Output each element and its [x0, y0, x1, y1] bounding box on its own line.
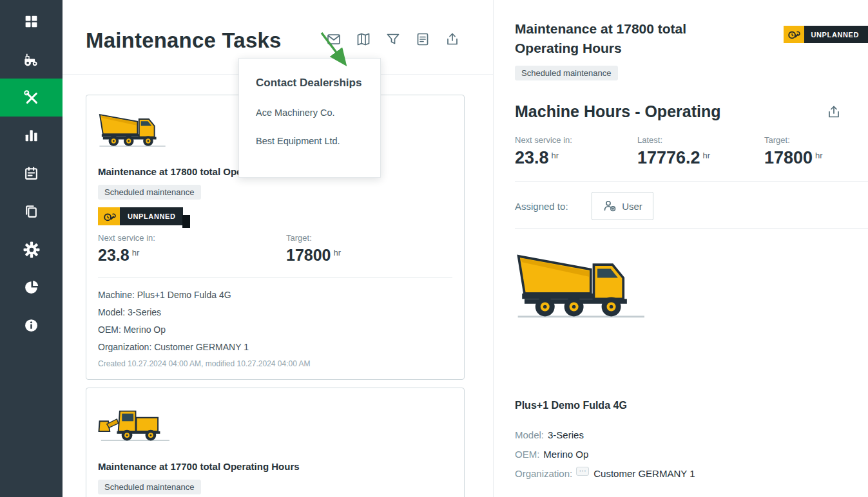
section-header: Machine Hours - Operating: [515, 102, 842, 121]
dealership-item-best[interactable]: Best Equipment Ltd.: [256, 136, 380, 146]
sidebar: [0, 0, 63, 497]
export-icon: [445, 32, 460, 47]
metric-next-service: Next service in: 23.8hr: [98, 233, 286, 265]
organization-expand-button[interactable]: ⋯: [576, 467, 589, 476]
card-divider: [98, 277, 452, 278]
divider: [515, 228, 868, 229]
contact-dealerships-popup: Contact Dealerships Ace Machinery Co. Be…: [238, 58, 381, 178]
model-row: Model: 3-Series: [515, 429, 842, 440]
oem-row: OEM: Merino Op: [515, 449, 842, 460]
sidebar-item-machines[interactable]: [0, 41, 63, 79]
documents-icon: [23, 203, 39, 220]
maintenance-type-badge: Scheduled maintenance: [98, 480, 201, 494]
calendar-icon: [23, 165, 39, 182]
maintenance-tasks-panel: Maintenance Tasks: [63, 0, 494, 497]
sidebar-item-dashboard[interactable]: [0, 3, 63, 41]
filter-icon: [385, 32, 401, 47]
card-metrics: Next service in: 23.8hr Target: 17800hr: [98, 233, 452, 265]
metric-target: Target: 17800hr: [286, 233, 341, 265]
sidebar-item-schedule[interactable]: [0, 155, 63, 192]
bar-chart-icon: [23, 127, 39, 144]
metric-latest: Latest: 17776.2hr: [637, 135, 764, 168]
report-button[interactable]: [414, 31, 431, 48]
detail-title: Maintenance at 17800 total Operating Hou…: [515, 19, 734, 58]
oem-line: OEM: Merino Op: [98, 324, 452, 335]
filter-button[interactable]: [385, 31, 401, 48]
app-window: Maintenance Tasks: [0, 0, 868, 497]
section-title: Machine Hours - Operating: [515, 102, 720, 121]
clock-wrench-icon: [784, 26, 804, 43]
sidebar-item-maintenance[interactable]: [0, 79, 63, 117]
wheel-loader-illustration: [98, 401, 174, 444]
assign-user-button[interactable]: User: [592, 192, 653, 220]
detail-metrics: Next service in: 23.8hr Latest: 17776.2h…: [515, 135, 842, 168]
dump-truck-illustration: [515, 244, 653, 323]
export-detail-button[interactable]: [825, 104, 842, 120]
settings-gear-icon: [23, 241, 40, 258]
mail-icon: [326, 32, 342, 47]
machine-name: Plus+1 Demo Fulda 4G: [515, 400, 842, 411]
status-badge-label: UNPLANNED: [804, 26, 868, 43]
person-add-icon: [603, 199, 617, 213]
sidebar-item-reports[interactable]: [0, 192, 63, 230]
dashboard-grid-icon: [23, 14, 39, 30]
popup-title: Contact Dealerships: [256, 77, 380, 89]
dump-truck-illustration: [98, 108, 170, 149]
export-icon: [826, 104, 842, 120]
pie-chart-icon: [23, 279, 39, 295]
status-badge: UNPLANNED: [98, 207, 183, 225]
sidebar-item-analytics[interactable]: [0, 117, 63, 155]
sidebar-item-info[interactable]: [0, 306, 63, 344]
machines-tractor-icon: [23, 51, 40, 68]
created-modified-line: Created 10.27.2024 04:00 AM, modified 10…: [98, 359, 452, 368]
sidebar-item-settings[interactable]: [0, 230, 63, 268]
maintenance-tools-icon: [23, 89, 40, 106]
page-title: Maintenance Tasks: [86, 28, 282, 53]
status-badge-label: UNPLANNED: [120, 207, 183, 225]
toolbar: [325, 31, 461, 48]
export-button[interactable]: [444, 31, 461, 48]
clock-wrench-icon: [98, 207, 120, 225]
map-button[interactable]: [355, 31, 372, 48]
status-badge: UNPLANNED: [784, 26, 868, 43]
card-title: Maintenance at 17700 total Operating Hou…: [98, 461, 452, 472]
maintenance-type-badge: Scheduled maintenance: [98, 185, 201, 200]
card-details: Machine: Plus+1 Demo Fulda 4G Model: 3-S…: [98, 290, 452, 368]
assigned-row: Assigned to: User: [515, 192, 842, 220]
sidebar-item-statistics[interactable]: [0, 268, 63, 306]
organization-row: Organization: ⋯ Customer GERMANY 1: [515, 468, 842, 479]
mail-button[interactable]: [325, 31, 342, 48]
assign-user-label: User: [622, 201, 642, 212]
machine-details: Model: 3-Series OEM: Merino Op Organizat…: [515, 429, 842, 479]
info-icon: [23, 317, 39, 333]
dealership-item-ace[interactable]: Ace Machinery Co.: [256, 108, 380, 118]
report-icon: [415, 32, 430, 47]
organization-line: Organization: Customer GERMANY 1: [98, 342, 452, 352]
maintenance-task-card[interactable]: Maintenance at 17700 total Operating Hou…: [86, 388, 465, 497]
metric-next-service: Next service in: 23.8hr: [515, 135, 637, 168]
maintenance-type-badge: Scheduled maintenance: [515, 66, 618, 80]
task-detail-panel: Maintenance at 17800 total Operating Hou…: [494, 0, 868, 497]
machine-line: Machine: Plus+1 Demo Fulda 4G: [98, 290, 452, 300]
model-line: Model: 3-Series: [98, 307, 452, 317]
metric-target: Target: 17800hr: [764, 135, 823, 168]
map-icon: [356, 32, 371, 47]
assigned-to-label: Assigned to:: [515, 201, 592, 212]
divider: [515, 181, 868, 182]
